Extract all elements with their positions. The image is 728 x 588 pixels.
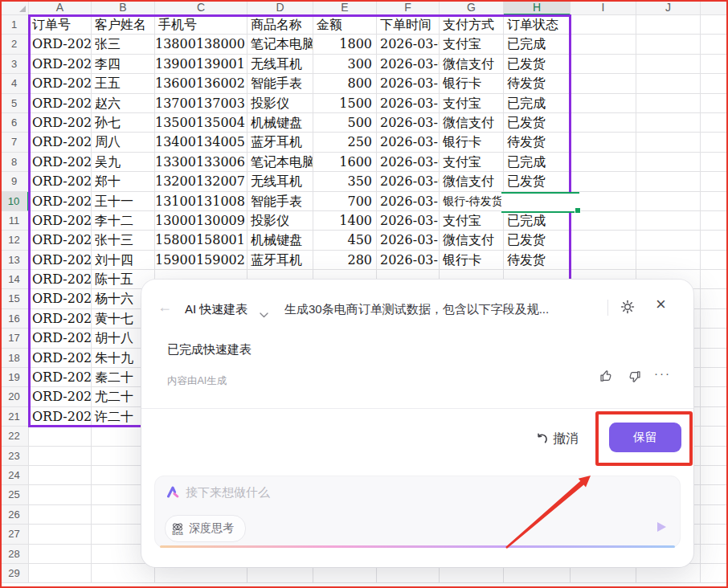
cell-G5[interactable]: 支付宝 <box>440 94 504 113</box>
row-header-14[interactable]: 14 <box>0 270 29 289</box>
cell-I3[interactable] <box>571 55 636 74</box>
cell-E9[interactable]: 350 <box>313 172 377 191</box>
cell-I7[interactable] <box>571 133 636 152</box>
row-header-24[interactable]: 24 <box>0 466 29 485</box>
cell-F10[interactable]: 2026-03-1 <box>377 192 440 211</box>
cell-A25[interactable] <box>29 485 92 504</box>
cell-A19[interactable]: ORD-2026- <box>29 368 92 387</box>
cell-C11[interactable]: 13000130009 <box>155 211 247 231</box>
cell-H7[interactable]: 待发货 <box>504 133 571 152</box>
cell-C13[interactable]: 15900159002 <box>155 251 247 270</box>
cell-partial21[interactable] <box>701 407 728 427</box>
cell-A8[interactable]: ORD-2026- <box>29 153 92 172</box>
cell-A22[interactable] <box>29 427 92 446</box>
cell-J11[interactable] <box>636 211 701 231</box>
cell-H1[interactable]: 订单状态 <box>504 15 571 35</box>
cell-D13[interactable]: 蓝牙耳机 <box>247 251 313 270</box>
cell-J5[interactable] <box>636 94 701 113</box>
row-header-22[interactable]: 22 <box>0 427 29 446</box>
cell-B3[interactable]: 李四 <box>92 55 155 74</box>
cell-C6[interactable]: 13500135004 <box>155 113 247 133</box>
cell-A9[interactable]: ORD-2026- <box>29 172 92 191</box>
column-header-B[interactable]: B <box>92 0 155 15</box>
column-header-J[interactable]: J <box>636 0 701 15</box>
cell-D10[interactable]: 智能手表 <box>247 192 313 211</box>
row-header-26[interactable]: 26 <box>0 505 29 525</box>
column-header-E[interactable]: E <box>313 0 377 15</box>
cell-C2[interactable]: 13800138000 <box>155 35 247 54</box>
cell-E13[interactable]: 280 <box>313 251 377 270</box>
cell-G3[interactable]: 微信支付 <box>440 55 504 74</box>
cell-D6[interactable]: 机械键盘 <box>247 113 313 133</box>
cell-J3[interactable] <box>636 55 701 74</box>
cell-A27[interactable] <box>29 525 92 544</box>
row-header-4[interactable]: 4 <box>0 74 29 93</box>
cell-A17[interactable]: ORD-2026- <box>29 329 92 348</box>
cell-partial11[interactable] <box>701 211 728 231</box>
cell-C1[interactable]: 手机号 <box>155 15 247 35</box>
row-header-11[interactable]: 11 <box>0 211 29 231</box>
cell-A16[interactable]: ORD-2026- <box>29 309 92 329</box>
row-header-28[interactable]: 28 <box>0 545 29 564</box>
cell-E4[interactable]: 800 <box>313 74 377 93</box>
column-header-H[interactable]: H <box>504 0 571 15</box>
cell-G4[interactable]: 银行卡 <box>440 74 504 93</box>
cell-F8[interactable]: 2026-03-0 <box>377 153 440 172</box>
gear-icon[interactable] <box>620 300 635 317</box>
cell-A23[interactable] <box>29 447 92 466</box>
row-header-27[interactable]: 27 <box>0 525 29 544</box>
cell-B9[interactable]: 郑十 <box>92 172 155 191</box>
row-header-7[interactable]: 7 <box>0 133 29 152</box>
cell-partial13[interactable] <box>701 251 728 270</box>
cell-A13[interactable]: ORD-2026- <box>29 251 92 270</box>
cell-C8[interactable]: 13300133006 <box>155 153 247 172</box>
cell-J12[interactable] <box>636 231 701 250</box>
cell-D7[interactable]: 蓝牙耳机 <box>247 133 313 152</box>
chevron-down-icon[interactable] <box>260 307 268 321</box>
row-header-10[interactable]: 10 <box>0 192 29 211</box>
cell-partial26[interactable] <box>701 505 728 525</box>
cell-D1[interactable]: 商品名称 <box>247 15 313 35</box>
cell-partial27[interactable] <box>701 525 728 544</box>
row-header-20[interactable]: 20 <box>0 387 29 406</box>
cell-C10[interactable]: 13100131008 <box>155 192 247 211</box>
cell-partial3[interactable] <box>701 55 728 74</box>
cell-partial23[interactable] <box>701 447 728 466</box>
cell-J10[interactable] <box>636 192 701 211</box>
cell-G8[interactable]: 支付宝 <box>440 153 504 172</box>
cell-I2[interactable] <box>571 35 636 54</box>
cell-H13[interactable]: 待发货 <box>504 251 571 270</box>
row-header-5[interactable]: 5 <box>0 94 29 113</box>
cell-partial29[interactable] <box>701 564 728 583</box>
close-icon[interactable]: × <box>656 296 666 313</box>
cell-E6[interactable]: 500 <box>313 113 377 133</box>
cell-F1[interactable]: 下单时间 <box>377 15 440 35</box>
thumbs-up-icon[interactable] <box>599 370 613 386</box>
cell-H12[interactable]: 已发货 <box>504 231 571 250</box>
cell-partial19[interactable] <box>701 368 728 387</box>
active-cell-H10[interactable] <box>501 192 579 213</box>
cell-A1[interactable]: 订单号 <box>29 15 92 35</box>
cell-C9[interactable]: 13200132007 <box>155 172 247 191</box>
cell-B5[interactable]: 赵六 <box>92 94 155 113</box>
cell-D12[interactable]: 机械键盘 <box>247 231 313 250</box>
deep-think-button[interactable]: Beta 深度思考 <box>165 515 246 542</box>
cell-H11[interactable]: 已完成 <box>504 211 571 231</box>
cell-A3[interactable]: ORD-2026- <box>29 55 92 74</box>
back-icon[interactable]: ← <box>157 300 172 314</box>
cell-A20[interactable]: ORD-2026- <box>29 387 92 406</box>
cell-E10[interactable]: 700 <box>313 192 377 211</box>
cell-A29[interactable] <box>29 564 92 583</box>
cell-partial8[interactable] <box>701 153 728 172</box>
cell-E8[interactable]: 1600 <box>313 153 377 172</box>
cell-partial2[interactable] <box>701 35 728 54</box>
cell-C12[interactable]: 15800158001 <box>155 231 247 250</box>
cell-D9[interactable]: 无线耳机 <box>247 172 313 191</box>
cell-G12[interactable]: 微信支付 <box>440 231 504 250</box>
cell-D4[interactable]: 智能手表 <box>247 74 313 93</box>
select-all-corner[interactable] <box>0 0 29 15</box>
cell-I6[interactable] <box>571 113 636 133</box>
cell-J13[interactable] <box>636 251 701 270</box>
cell-B7[interactable]: 周八 <box>92 133 155 152</box>
row-header-1[interactable]: 1 <box>0 15 29 35</box>
